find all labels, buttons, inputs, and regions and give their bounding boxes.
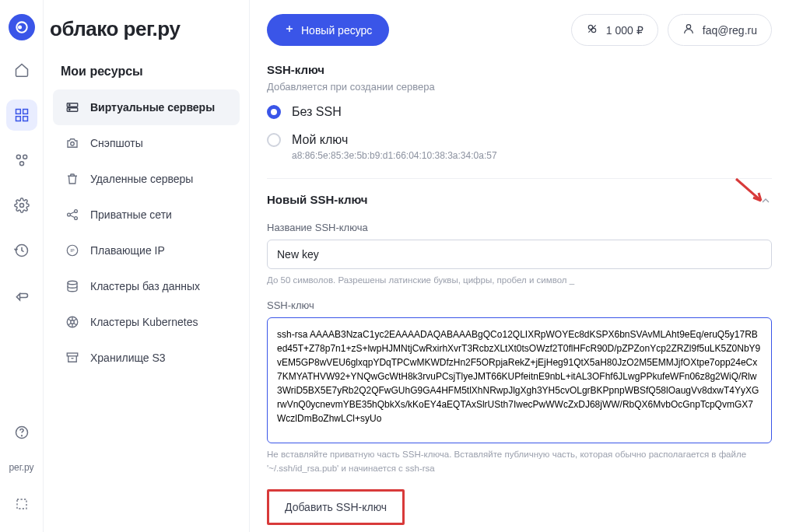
ssh-option-none[interactable]: Без SSH — [267, 105, 772, 119]
rail-home-icon[interactable] — [6, 54, 37, 86]
camera-icon — [65, 136, 79, 150]
sidebar-item-floating-ip[interactable]: IP Плавающие IP — [53, 233, 240, 268]
key-value-label: SSH-ключ — [267, 299, 772, 311]
sidebar-item-k8s[interactable]: Кластеры Kubernetes — [53, 304, 240, 340]
plus-icon — [284, 23, 295, 37]
key-value-textarea[interactable] — [267, 317, 772, 443]
key-value-helper: Не вставляйте приватную часть SSH-ключа.… — [267, 448, 772, 475]
sidebar-item-networks[interactable]: Приватные сети — [53, 197, 240, 233]
ssh-section-subtitle: Добавляется при создании сервера — [267, 81, 772, 93]
topbar: Новый ресурс 1 000 ₽ faq@reg.ru — [267, 14, 772, 46]
database-icon — [65, 279, 79, 293]
user-email: faq@reg.ru — [703, 24, 757, 37]
new-ssh-heading: Новый SSH-ключ — [267, 193, 367, 206]
rail-history-icon[interactable] — [6, 235, 37, 266]
sidebar-item-db[interactable]: Кластеры баз данных — [53, 268, 240, 304]
svg-point-29 — [686, 25, 690, 29]
ssh-section-title: SSH-ключ — [267, 63, 772, 76]
sidebar-item-label: Кластеры баз данных — [90, 280, 200, 292]
svg-rect-26 — [67, 353, 78, 356]
icon-rail: рег.ру — [0, 0, 44, 532]
svg-point-17 — [71, 142, 75, 146]
brand-title: облако рег.ру — [44, 17, 249, 41]
key-name-label: Название SSH-ключа — [267, 222, 772, 233]
money-icon — [586, 23, 598, 37]
main-content: Новый ресурс 1 000 ₽ faq@reg.ru SSH-ключ… — [250, 0, 789, 532]
servers-icon — [65, 100, 79, 114]
svg-text:IP: IP — [70, 248, 75, 253]
balance-pill[interactable]: 1 000 ₽ — [571, 14, 658, 46]
ssh-option-mykey[interactable]: Мой ключ — [267, 133, 772, 147]
sidebar-item-deleted[interactable]: Удаленные серверы — [53, 161, 240, 197]
key-name-helper: До 50 символов. Разрешены латинские букв… — [267, 274, 772, 287]
trash-icon — [65, 172, 79, 186]
rail-settings-icon[interactable] — [6, 190, 37, 221]
svg-point-1 — [18, 26, 22, 30]
svg-point-7 — [23, 155, 26, 159]
balance-value: 1 000 ₽ — [606, 24, 643, 37]
radio-unchecked-icon — [267, 133, 281, 147]
archive-icon — [65, 351, 79, 365]
sidebar-item-label: Снэпшоты — [90, 137, 143, 149]
key-name-input[interactable] — [267, 240, 772, 269]
ip-icon: IP — [65, 243, 79, 257]
rail-help-icon[interactable] — [6, 417, 37, 448]
chevron-up-icon[interactable] — [759, 194, 772, 210]
sidebar: облако рег.ру Мои ресурсы Виртуальные се… — [44, 0, 250, 532]
sidebar-item-label: Удаленные серверы — [90, 173, 193, 185]
svg-point-23 — [68, 281, 77, 285]
sidebar-section-title: Мои ресурсы — [44, 65, 249, 89]
svg-rect-5 — [16, 117, 20, 121]
svg-point-8 — [19, 162, 23, 166]
rail-footer-brand: рег.ру — [9, 462, 33, 473]
ssh-fingerprint: a8:86:5e:85:3e:5b:b9:d1:66:04:10:38:3a:3… — [292, 150, 772, 161]
sidebar-item-servers[interactable]: Виртуальные серверы — [53, 89, 240, 125]
rail-plugins-icon[interactable] — [6, 145, 37, 176]
svg-point-16 — [69, 109, 71, 110]
svg-rect-2 — [16, 110, 20, 114]
rail-notifications-icon[interactable] — [6, 280, 37, 311]
share-icon — [65, 208, 79, 222]
svg-rect-12 — [17, 499, 26, 509]
sidebar-item-label: Кластеры Kubernetes — [90, 316, 198, 328]
sidebar-item-label: Плавающие IP — [90, 244, 165, 257]
ssh-option-none-label: Без SSH — [292, 105, 342, 119]
user-icon — [682, 23, 695, 37]
svg-point-15 — [69, 104, 71, 106]
sidebar-item-label: Приватные сети — [90, 208, 172, 221]
divider — [267, 178, 772, 179]
svg-rect-3 — [23, 110, 27, 114]
rail-resources-icon[interactable] — [6, 100, 37, 131]
add-ssh-key-button[interactable]: Добавить SSH-ключ — [267, 489, 405, 525]
svg-point-9 — [19, 204, 23, 208]
user-pill[interactable]: faq@reg.ru — [668, 14, 772, 46]
svg-point-6 — [16, 155, 20, 159]
wheel-icon — [65, 315, 79, 329]
new-resource-button[interactable]: Новый ресурс — [267, 14, 389, 46]
sidebar-item-snapshots[interactable]: Снэпшоты — [53, 125, 240, 161]
sidebar-item-label: Хранилище S3 — [90, 352, 166, 364]
sidebar-item-s3[interactable]: Хранилище S3 — [53, 340, 240, 376]
ssh-option-mykey-label: Мой ключ — [292, 133, 348, 147]
svg-rect-4 — [23, 117, 27, 121]
sidebar-item-label: Виртуальные серверы — [90, 101, 215, 114]
new-resource-label: Новый ресурс — [301, 24, 372, 37]
rail-collapse-icon[interactable] — [6, 488, 37, 520]
svg-point-11 — [21, 436, 22, 436]
radio-checked-icon — [267, 105, 281, 119]
logo-icon[interactable] — [9, 14, 35, 40]
